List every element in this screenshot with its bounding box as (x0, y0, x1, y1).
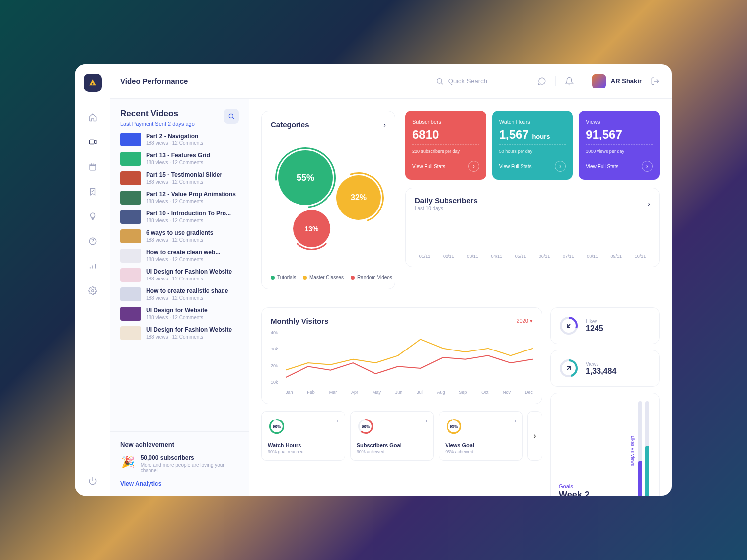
bar-col[interactable]: 07/11 (558, 250, 578, 259)
chevron-right-icon[interactable]: › (514, 418, 516, 424)
goal-card[interactable]: › 95% Views Goal 95% acheived (439, 411, 523, 461)
video-item[interactable]: Part 15 - Testimonial Slider 188 views ·… (120, 171, 239, 185)
bar-col[interactable]: 02/11 (439, 250, 458, 259)
video-item[interactable]: How to create clean web... 188 views · 1… (120, 249, 239, 263)
recent-search-button[interactable] (224, 109, 239, 124)
goals-label: Goals (559, 483, 590, 489)
svg-text:95%: 95% (450, 424, 458, 429)
video-title: Part 10 - Introduction To Pro... (146, 210, 239, 217)
legend-item: Master Classes (303, 275, 344, 280)
video-title: Part 12 - Value Prop Animations (146, 191, 239, 198)
category-bubble-random: 13% (293, 210, 330, 247)
achievement-title: 50,000 subscribers (141, 454, 239, 461)
video-item[interactable]: UI Design for Fashion Website 188 views … (120, 326, 239, 340)
recent-title: Recent Videos (120, 109, 195, 119)
video-item[interactable]: UI Design for Website 188 views · 12 Com… (120, 307, 239, 321)
views-value: 1,33,484 (586, 367, 616, 376)
divider (555, 76, 556, 86)
goal-title: Watch Hours (268, 442, 339, 448)
home-icon[interactable] (87, 112, 98, 123)
analytics-icon[interactable] (87, 261, 98, 272)
bell-icon[interactable] (565, 77, 574, 86)
video-thumbnail (120, 287, 141, 301)
video-meta: 188 views · 12 Comments (146, 334, 239, 340)
bar-col[interactable]: 10/11 (630, 250, 650, 259)
bar-col[interactable]: 01/11 (415, 250, 435, 259)
goals-axis-label: Likes Vs Views (630, 436, 635, 466)
video-title: Part 15 - Testimonial Slider (146, 171, 239, 178)
category-bubble-tutorials: 55% (278, 150, 333, 205)
video-thumbnail (120, 171, 141, 185)
video-item[interactable]: Part 12 - Value Prop Animations 188 view… (120, 191, 239, 205)
svg-point-5 (229, 114, 233, 118)
goal-card[interactable]: › 90% Watch Hours 90% goal reached (261, 411, 345, 461)
page-title: Video Performance (120, 77, 188, 85)
view-full-stats-link[interactable]: View Full Stats› (412, 161, 479, 172)
year-selector[interactable]: 2020 ▾ (516, 318, 533, 324)
chat-icon[interactable] (537, 77, 546, 86)
bar-col[interactable]: 09/11 (606, 250, 626, 259)
video-meta: 188 views · 12 Comments (146, 276, 239, 281)
stat-value: 6810 (412, 128, 479, 141)
stat-card: Views 91,567 3000 views per day View Ful… (579, 111, 660, 180)
category-bubble-master: 32% (336, 175, 381, 220)
chevron-right-icon[interactable]: › (425, 418, 427, 424)
likes-value: 1245 (586, 324, 603, 333)
lightbulb-icon[interactable] (87, 211, 98, 222)
video-thumbnail (120, 326, 141, 340)
video-meta: 188 views · 12 Comments (146, 140, 239, 146)
search-input[interactable] (448, 77, 508, 85)
video-thumbnail (120, 133, 141, 146)
chevron-right-icon[interactable]: › (337, 418, 339, 424)
settings-icon[interactable] (87, 285, 98, 296)
chevron-right-icon: › (533, 431, 536, 440)
video-title: UI Design for Fashion Website (146, 326, 239, 333)
chevron-right-icon[interactable]: › (648, 200, 650, 208)
bookmark-icon[interactable] (87, 186, 98, 197)
video-title: How to create realistic shade (146, 287, 239, 294)
view-full-stats-link[interactable]: View Full Stats› (586, 161, 653, 172)
stat-sub: 3000 views per day (586, 144, 653, 154)
bar-col[interactable]: 08/11 (582, 250, 602, 259)
goals-value: Week 2 (559, 490, 590, 496)
video-thumbnail (120, 307, 141, 321)
video-icon[interactable] (87, 137, 98, 147)
bar-col[interactable]: 03/11 (462, 250, 482, 259)
stat-sub: 220 subscribers per day (412, 144, 479, 154)
video-item[interactable]: How to create realistic shade 188 views … (120, 287, 239, 301)
bar-label: 08/11 (587, 254, 598, 259)
goal-card[interactable]: › 60% Subscribers Goal 60% acheived (350, 411, 434, 461)
video-meta: 188 views · 12 Comments (146, 237, 239, 243)
view-analytics-link[interactable]: View Analytics (120, 480, 239, 487)
arrow-right-icon: › (555, 161, 566, 172)
video-item[interactable]: UI Design for Fashion Website 188 views … (120, 268, 239, 282)
video-item[interactable]: 6 ways to use gradients 188 views · 12 C… (120, 229, 239, 243)
view-full-stats-link[interactable]: View Full Stats› (499, 161, 566, 172)
video-meta: 188 views · 12 Comments (146, 199, 239, 204)
video-item[interactable]: Part 13 - Features Grid 188 views · 12 C… (120, 152, 239, 166)
monthly-title: Monthly Visitors (271, 317, 328, 325)
video-meta: 188 views · 12 Comments (146, 160, 239, 165)
views-metric-card[interactable]: Views 1,33,484 (550, 350, 660, 387)
stat-label: Subscribers (412, 119, 479, 125)
bar-col[interactable]: 04/11 (487, 250, 507, 259)
video-item[interactable]: Part 2 - Navigation 188 views · 12 Comme… (120, 133, 239, 146)
legend-item: Random Videos (351, 275, 392, 280)
goal-next-button[interactable]: › (527, 411, 542, 461)
recent-subtitle: Last Payment Sent 2 days ago (120, 121, 195, 127)
user-menu[interactable]: AR Shakir (592, 74, 642, 88)
video-item[interactable]: Part 10 - Introduction To Pro... 188 vie… (120, 210, 239, 224)
arrow-right-icon: › (642, 161, 653, 172)
bar-col[interactable]: 06/11 (534, 250, 554, 259)
video-title: How to create clean web... (146, 249, 239, 256)
nav-rail (75, 64, 110, 496)
help-icon[interactable] (87, 236, 98, 247)
likes-metric-card[interactable]: Likes 1245 (550, 307, 660, 344)
logo[interactable] (84, 74, 102, 92)
calendar-icon[interactable] (87, 161, 98, 172)
bar-col[interactable]: 05/11 (511, 250, 530, 259)
power-icon[interactable] (87, 475, 98, 486)
chevron-right-icon[interactable]: › (383, 121, 386, 129)
logout-icon[interactable] (651, 77, 660, 86)
search-icon (436, 77, 444, 85)
